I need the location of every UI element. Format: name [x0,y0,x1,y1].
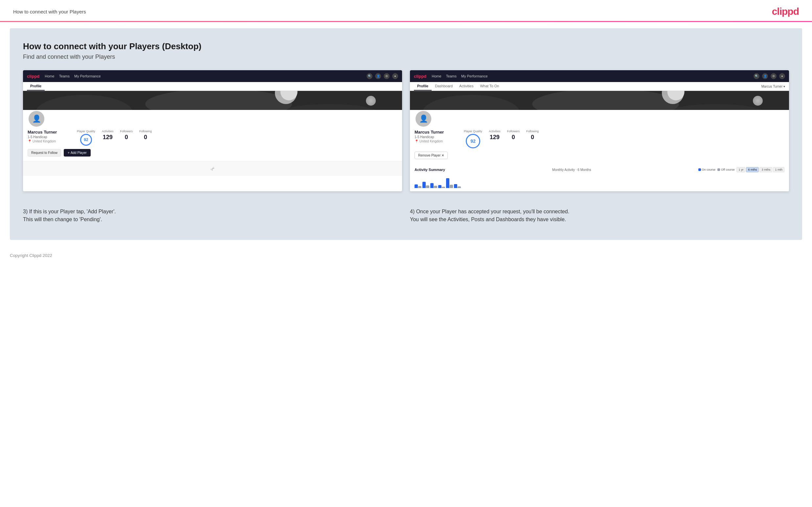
avatar-icon-1[interactable]: ● [392,73,398,79]
stat-activities-1: Activities 129 [102,130,114,141]
subtabs-1: Profile [23,82,402,91]
avatar-person-icon-1: 👤 [32,115,41,123]
screenshot-bottom-1: ✂ [23,161,402,176]
profile-stats-row-2: Marcus Turner 1-5 Handicap 📍 United King… [414,130,784,148]
search-icon-2[interactable]: 🔍 [754,73,759,79]
clippd-logo: clippd [772,6,799,17]
copyright-text: Copyright Clippd 2022 [10,253,52,258]
activity-bar-chart [414,175,784,188]
bar-off-course [418,186,421,188]
settings-icon-1[interactable]: ⚙ [384,73,390,79]
request-to-follow-button[interactable]: Request to Follow [28,149,61,157]
add-player-button[interactable]: + Add Player [64,149,91,157]
caption-row: 3) If this is your Player tap, 'Add Play… [23,208,789,223]
nav-home-1[interactable]: Home [45,74,54,78]
legend-on-course: On course [698,168,716,171]
location-pin-icon-2: 📍 [414,139,418,143]
top-bar: How to connect with your Players clippd [0,0,812,22]
bar-group [438,185,445,188]
player-dropdown-2[interactable]: Marcus Turner ▾ [761,84,785,88]
subtab-profile-2[interactable]: Profile [414,82,432,91]
bar-group [414,184,421,188]
stat-followers-1: Followers 0 [120,130,133,141]
profile-info-2: 👤 Marcus Turner 1-5 Handicap 📍 United Ki… [410,110,789,164]
activities-label-2: Activities [489,130,501,133]
subtab-activities-2[interactable]: Activities [456,82,476,91]
search-icon-1[interactable]: 🔍 [367,73,372,79]
app-logo-2: clippd [414,74,426,79]
following-label-1: Following [139,130,152,133]
profile-name-col-1: Marcus Turner 1-5 Handicap 📍 United King… [28,130,70,143]
avatar-person-icon-2: 👤 [419,115,428,123]
nav-teams-1[interactable]: Teams [59,74,70,78]
activities-label-1: Activities [102,130,114,133]
subtab-profile-1[interactable]: Profile [27,82,45,91]
user-icon-1[interactable]: 👤 [375,73,381,79]
bar-off-course [426,185,429,188]
subtabs-2: Profile Dashboard Activities What To On … [410,82,789,91]
stat-following-1: Following 0 [139,130,152,141]
activity-header: Activity Summary Monthly Activity · 6 Mo… [414,167,784,172]
stat-following-2: Following 0 [526,130,539,141]
player-handicap-1: 1-5 Handicap [28,135,70,139]
nav-links-2: Home Teams My Performance [432,74,754,78]
bar-off-course [442,187,445,188]
quality-circle-2: 92 [466,134,480,148]
bar-group [446,178,453,188]
location-pin-icon-1: 📍 [28,139,32,143]
nav-links-1: Home Teams My Performance [45,74,367,78]
period-6mths[interactable]: 6 mths [746,167,759,172]
player-location-2: 📍 United Kingdom [414,139,457,143]
avatar-icon-2[interactable]: ● [779,73,785,79]
nav-teams-2[interactable]: Teams [446,74,457,78]
app-logo-1: clippd [27,74,39,79]
bar-off-course [458,186,461,188]
caption-col-4: 4) Once your Player has accepted your re… [410,208,789,223]
close-icon: ✕ [442,154,444,157]
nav-performance-2[interactable]: My Performance [461,74,488,78]
profile-actions-1: Request to Follow + Add Player [28,149,398,157]
quality-circle-1: 92 [80,134,92,146]
stat-quality-2: Player Quality 92 [464,130,482,148]
subtab-whattoon-2[interactable]: What To On [476,82,502,91]
activity-summary: Activity Summary Monthly Activity · 6 Mo… [410,164,789,191]
activities-value-2: 129 [490,134,500,141]
bar-on-course [446,178,449,188]
screenshots-row: clippd Home Teams My Performance 🔍 👤 ⚙ ●… [23,70,789,191]
screenshot-1: clippd Home Teams My Performance 🔍 👤 ⚙ ●… [23,70,402,191]
period-1mth[interactable]: 1 mth [773,167,784,172]
remove-player-button[interactable]: Remove Player ✕ [414,152,448,159]
activity-controls: On course Off course 1 yr 6 mths 3 mths … [698,167,784,172]
bar-on-course [422,182,426,188]
user-icon-2[interactable]: 👤 [762,73,768,79]
page-breadcrumb: How to connect with your Players [13,9,86,14]
profile-stats-row-1: Marcus Turner 1-5 Handicap 📍 United King… [28,130,398,146]
nav-icons-2: 🔍 👤 ⚙ ● [754,73,785,79]
page-subtitle: Find and connect with your Players [23,54,789,60]
step4-caption: 4) Once your Player has accepted your re… [410,208,789,223]
bar-group [454,184,461,188]
player-handicap-2: 1-5 Handicap [414,135,457,139]
following-label-2: Following [526,130,539,133]
settings-icon-2[interactable]: ⚙ [771,73,776,79]
period-buttons: 1 yr 6 mths 3 mths 1 mth [737,167,784,172]
bar-off-course [450,185,453,188]
nav-performance-1[interactable]: My Performance [74,74,101,78]
quality-label-1: Player Quality [77,130,95,133]
subtabs-left-2: Profile Dashboard Activities What To On [414,82,502,91]
caption-area: 3) If this is your Player tap, 'Add Play… [23,201,789,223]
player-location-1: 📍 United Kingdom [28,139,70,143]
off-course-dot [717,168,720,171]
period-3mths[interactable]: 3 mths [759,167,772,172]
scissors-icon: ✂ [209,165,216,173]
nav-icons-1: 🔍 👤 ⚙ ● [367,73,398,79]
bar-group [430,183,437,188]
followers-value-1: 0 [125,134,128,141]
main-content: How to connect with your Players (Deskto… [10,28,802,240]
bar-on-course [430,183,434,188]
nav-home-2[interactable]: Home [432,74,441,78]
app-navbar-1: clippd Home Teams My Performance 🔍 👤 ⚙ ● [23,70,402,82]
period-1yr[interactable]: 1 yr [737,167,745,172]
activities-value-1: 129 [103,134,113,141]
subtab-dashboard-2[interactable]: Dashboard [432,82,456,91]
